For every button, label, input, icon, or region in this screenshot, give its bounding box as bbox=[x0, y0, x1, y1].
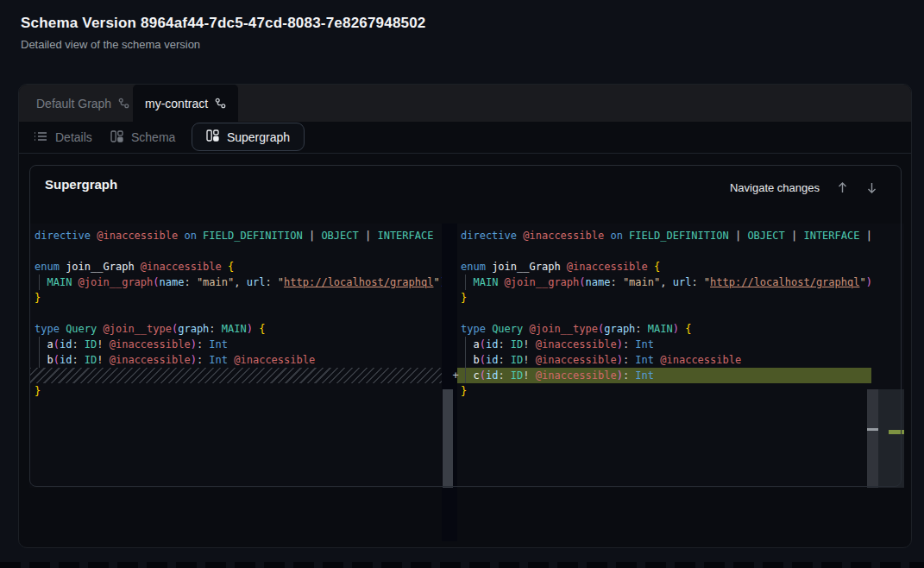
navigate-changes-label: Navigate changes bbox=[730, 181, 820, 194]
code-link[interactable]: http://localhost/graphql bbox=[284, 276, 433, 288]
left-scrollbar[interactable] bbox=[443, 389, 453, 488]
code-line bbox=[461, 306, 871, 321]
navigate-previous-button[interactable] bbox=[836, 181, 849, 194]
toolbar-label: Supergraph bbox=[227, 130, 290, 144]
variant-fork-icon bbox=[215, 98, 226, 109]
page-title: Schema Version 8964af44-7dc5-47cd-8083-7… bbox=[21, 15, 426, 32]
code-line: a(id: ID! @inaccessible): Int bbox=[35, 337, 442, 352]
code-line: } bbox=[35, 383, 442, 399]
diff-editor: directive @inaccessible on FIELD_DEFINIT… bbox=[29, 224, 904, 488]
panel-title: Supergraph bbox=[45, 177, 117, 192]
code-line: c(id: ID! @inaccessible): Int bbox=[457, 368, 871, 383]
indent-guide bbox=[465, 275, 466, 290]
code-line bbox=[461, 243, 871, 259]
toolbar-label: Schema bbox=[131, 130, 175, 144]
arrow-up-icon bbox=[836, 184, 849, 197]
variant-tabstrip: Default Graph my-contract bbox=[19, 85, 911, 122]
navigate-next-button[interactable] bbox=[865, 181, 878, 194]
overview-ruler-mark-green bbox=[889, 430, 904, 434]
code-line: a(id: ID! @inaccessible): Int bbox=[461, 337, 871, 352]
list-icon bbox=[34, 130, 47, 145]
code-line: directive @inaccessible on FIELD_DEFINIT… bbox=[461, 228, 871, 243]
code-line: b(id: ID! @inaccessible): Int @inaccessi… bbox=[35, 352, 442, 368]
code-line: MAIN @join__graph(name: "main", url: "ht… bbox=[35, 275, 442, 290]
tab-supergraph[interactable]: Supergraph bbox=[192, 123, 305, 151]
tab-schema[interactable]: Schema bbox=[107, 122, 179, 153]
code-line: MAIN @join__graph(name: "main", url: "ht… bbox=[461, 275, 871, 290]
indent-guide bbox=[39, 337, 40, 368]
code-line: enum join__Graph @inaccessible { bbox=[35, 259, 442, 275]
code-line: type Query @join__type(graph: MAIN) { bbox=[461, 321, 871, 337]
code-line: enum join__Graph @inaccessible { bbox=[461, 259, 871, 275]
diff-pane-original[interactable]: directive @inaccessible on FIELD_DEFINIT… bbox=[29, 224, 442, 488]
minimap-slider[interactable] bbox=[878, 389, 904, 488]
code-line: } bbox=[461, 290, 871, 306]
code-line: type Query @join__type(graph: MAIN) { bbox=[35, 321, 442, 337]
indent-guide bbox=[465, 337, 466, 383]
arrow-down-icon bbox=[865, 184, 878, 197]
bottom-dashed-divider bbox=[0, 562, 924, 568]
navigate-changes: Navigate changes bbox=[730, 181, 878, 194]
split-panel-icon bbox=[206, 129, 219, 144]
code-line: b(id: ID! @inaccessible): Int @inaccessi… bbox=[461, 352, 871, 368]
variant-fork-icon bbox=[118, 98, 129, 109]
code-line: } bbox=[461, 383, 871, 399]
tab-details[interactable]: Details bbox=[30, 122, 96, 153]
tab-my-contract[interactable]: my-contract bbox=[133, 85, 238, 122]
indent-guide bbox=[39, 275, 40, 290]
code-line bbox=[35, 306, 442, 321]
page-subtitle: Detailed view of the schema version bbox=[21, 38, 200, 51]
code-link[interactable]: http://localhost/graphql bbox=[710, 276, 859, 288]
tab-label: Default Graph bbox=[36, 97, 111, 110]
divider bbox=[19, 153, 911, 154]
code-line: } bbox=[35, 290, 442, 306]
toolbar-label: Details bbox=[55, 130, 92, 144]
diff-filler-line bbox=[29, 368, 442, 383]
code-line: directive @inaccessible on FIELD_DEFINIT… bbox=[35, 228, 442, 243]
split-panel-icon bbox=[110, 130, 123, 145]
tab-default-graph[interactable]: Default Graph bbox=[24, 85, 141, 122]
schema-version-card: Default Graph my-contract bbox=[18, 84, 912, 548]
insert-plus-marker: + bbox=[449, 368, 462, 383]
right-scrollbar[interactable] bbox=[867, 389, 878, 488]
overview-ruler-mark-gray bbox=[867, 428, 878, 431]
diff-pane-modified[interactable]: directive @inaccessible on FIELD_DEFINIT… bbox=[457, 224, 871, 488]
code-line bbox=[35, 243, 442, 259]
tab-label: my-contract bbox=[145, 97, 208, 110]
